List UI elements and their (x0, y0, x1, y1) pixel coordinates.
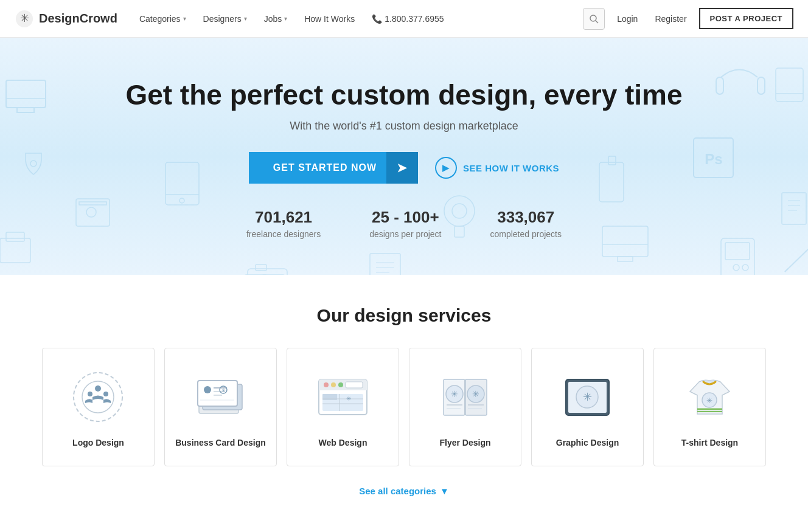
logo-text: DesignCrowd (39, 12, 117, 26)
flyer-design-icon: ✳ ✳ (435, 367, 496, 428)
hero-section: Ps (0, 38, 808, 275)
register-button[interactable]: Register (650, 12, 691, 26)
stat-projects-number: 333,067 (490, 208, 562, 227)
svg-point-67 (324, 382, 329, 387)
svg-rect-23 (721, 238, 754, 275)
arrow-right-icon: ➤ (386, 152, 418, 184)
service-label-flyer: Flyer Design (439, 438, 490, 447)
svg-point-9 (86, 207, 96, 217)
chevron-down-icon: ▼ (440, 486, 449, 496)
svg-point-57 (204, 386, 211, 393)
stat-designs-number: 25 - 100+ (369, 208, 441, 227)
svg-line-3 (596, 21, 598, 23)
nav-right: Login Register POST A PROJECT (583, 8, 793, 30)
chevron-down-icon: ▾ (284, 15, 287, 22)
svg-point-25 (733, 264, 739, 271)
get-started-button[interactable]: GET STARTED NOW ➤ (249, 152, 418, 184)
nav-designers[interactable]: Designers ▾ (196, 9, 254, 29)
svg-point-51 (95, 385, 101, 392)
svg-rect-46 (248, 269, 287, 275)
service-card-graphic[interactable]: ✳ Graphic Design (531, 348, 644, 466)
nav-how-it-works[interactable]: How It Works (297, 9, 362, 29)
svg-rect-14 (6, 232, 24, 241)
svg-line-28 (785, 269, 788, 272)
see-all-categories-link[interactable]: See all categories ▼ (359, 486, 449, 496)
svg-rect-48 (256, 264, 266, 271)
svg-point-68 (331, 382, 336, 387)
stat-designs: 25 - 100+ designs per project (369, 208, 441, 239)
search-icon (589, 14, 599, 24)
hero-stats: 701,621 freelance designers 25 - 100+ de… (125, 208, 682, 239)
svg-point-26 (742, 264, 748, 271)
nav-links: Categories ▾ Designers ▾ Jobs ▾ How It W… (132, 9, 583, 29)
svg-rect-24 (725, 243, 750, 260)
services-section: Our design services Logo Design (0, 275, 808, 521)
hero-title: Get the perfect custom design, every tim… (125, 80, 682, 111)
service-label-web: Web Design (319, 438, 367, 447)
navbar: ✳ DesignCrowd Categories ▾ Designers ▾ J… (0, 0, 808, 38)
svg-text:✳: ✳ (20, 12, 29, 24)
stat-designers: 701,621 freelance designers (246, 208, 321, 239)
stat-projects-label: completed projects (490, 229, 562, 239)
svg-text:✳: ✳ (583, 391, 592, 403)
hero-buttons: GET STARTED NOW ➤ ▶ SEE HOW IT WORKS (125, 152, 682, 184)
svg-rect-8 (79, 202, 106, 205)
post-project-button[interactable]: POST A PROJECT (699, 8, 793, 29)
nav-categories[interactable]: Categories ▾ (132, 9, 193, 29)
login-button[interactable]: Login (612, 12, 643, 26)
chevron-down-icon: ▾ (244, 15, 247, 22)
service-card-business-card[interactable]: ✳ Business Card Design (164, 348, 277, 466)
stat-designs-label: designs per project (369, 229, 441, 239)
see-how-it-works-button[interactable]: ▶ SEE HOW IT WORKS (435, 157, 559, 179)
svg-text:Ps: Ps (705, 151, 722, 167)
play-icon: ▶ (435, 157, 457, 179)
svg-point-2 (590, 15, 596, 21)
svg-text:✳: ✳ (451, 389, 458, 399)
svg-rect-4 (6, 80, 46, 108)
service-card-tshirt[interactable]: ✳ T-shirt Design (653, 348, 766, 466)
phone-icon: 📞 (372, 14, 382, 24)
svg-line-27 (785, 249, 808, 272)
svg-rect-19 (694, 138, 733, 178)
service-label-tshirt: T-shirt Design (681, 438, 738, 447)
service-card-web[interactable]: ✳ Web Design (287, 348, 399, 466)
stat-designers-number: 701,621 (246, 208, 321, 227)
search-button[interactable] (583, 8, 605, 30)
svg-rect-13 (0, 238, 30, 263)
svg-rect-34 (782, 193, 806, 224)
services-title: Our design services (24, 305, 784, 326)
svg-rect-21 (776, 68, 803, 102)
svg-point-53 (103, 392, 108, 396)
chevron-down-icon: ▾ (183, 15, 186, 22)
service-card-logo[interactable]: Logo Design (42, 348, 155, 466)
service-label-graphic: Graphic Design (556, 438, 619, 447)
tshirt-design-icon: ✳ (680, 367, 740, 428)
svg-point-52 (88, 392, 92, 396)
graphic-design-icon: ✳ (557, 367, 618, 428)
nav-phone: 📞 1.800.377.6955 (364, 9, 451, 29)
svg-point-69 (338, 382, 343, 387)
stat-projects: 333,067 completed projects (490, 208, 562, 239)
logo-link[interactable]: ✳ DesignCrowd (15, 9, 117, 29)
service-label-business-card: Business Card Design (175, 438, 266, 447)
nav-jobs[interactable]: Jobs ▾ (257, 9, 295, 29)
svg-text:✳: ✳ (472, 389, 479, 399)
svg-rect-70 (346, 382, 363, 388)
svg-rect-7 (76, 199, 110, 226)
stat-designers-label: freelance designers (246, 229, 321, 239)
svg-text:✳: ✳ (221, 388, 226, 393)
svg-rect-17 (716, 77, 723, 94)
business-card-design-icon: ✳ (190, 367, 251, 428)
svg-text:✳: ✳ (346, 395, 351, 402)
hero-content: Get the perfect custom design, every tim… (113, 55, 694, 258)
logo-icon: ✳ (15, 9, 34, 29)
hero-subtitle: With the world's #1 custom design market… (125, 120, 682, 133)
service-card-flyer[interactable]: ✳ ✳ Flyer Design (409, 348, 521, 466)
svg-rect-56 (198, 381, 237, 406)
svg-text:✳: ✳ (706, 396, 712, 405)
services-grid: Logo Design ✳ (24, 348, 784, 466)
service-label-logo: Logo Design (72, 438, 124, 447)
svg-rect-5 (17, 108, 34, 112)
web-design-icon: ✳ (313, 367, 374, 428)
svg-point-45 (30, 161, 37, 167)
